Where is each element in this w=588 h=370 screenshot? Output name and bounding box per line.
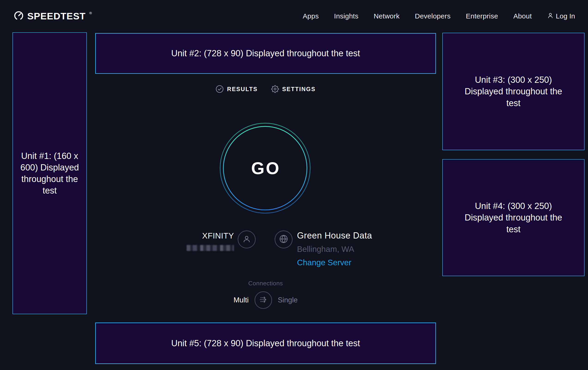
logo-trademark: ® bbox=[89, 11, 92, 15]
speedtest-page: SPEEDTEST ® Apps Insights Network Develo… bbox=[0, 0, 588, 370]
check-circle-icon bbox=[215, 85, 224, 93]
ad-unit-2[interactable]: Unit #2: (728 x 90) Displayed throughout… bbox=[95, 33, 436, 74]
connections-single-option[interactable]: Single bbox=[278, 296, 298, 304]
speedtest-logo[interactable]: SPEEDTEST ® bbox=[13, 10, 92, 22]
go-button[interactable]: GO bbox=[220, 122, 311, 214]
ad-unit-1-text: Unit #1: (160 x 600) Displayed throughou… bbox=[19, 150, 80, 197]
login-button[interactable]: Log In bbox=[547, 12, 575, 20]
ad-unit-2-text: Unit #2: (728 x 90) Displayed throughout… bbox=[171, 48, 360, 59]
connections-mode-badge[interactable] bbox=[254, 291, 272, 309]
server-location: Bellingham, WA bbox=[297, 245, 372, 254]
globe-icon bbox=[279, 234, 288, 245]
server-globe-badge[interactable] bbox=[275, 230, 293, 249]
ad-unit-3-text: Unit #3: (300 x 250) Displayed throughou… bbox=[459, 74, 568, 109]
nav-item-network[interactable]: Network bbox=[374, 12, 399, 20]
ad-unit-3[interactable]: Unit #3: (300 x 250) Displayed throughou… bbox=[442, 33, 585, 150]
connections-title: Connections bbox=[95, 280, 436, 287]
person-icon bbox=[242, 234, 251, 245]
gauge-logo-icon bbox=[13, 10, 24, 22]
ad-unit-4[interactable]: Unit #4: (300 x 250) Displayed throughou… bbox=[442, 159, 585, 276]
multi-arrows-icon bbox=[258, 295, 268, 306]
main-nav: Apps Insights Network Developers Enterpr… bbox=[303, 12, 575, 20]
user-icon bbox=[547, 12, 554, 20]
nav-item-apps[interactable]: Apps bbox=[303, 12, 319, 20]
top-nav-bar: SPEEDTEST ® Apps Insights Network Develo… bbox=[0, 0, 588, 32]
nav-item-insights[interactable]: Insights bbox=[334, 12, 358, 20]
tab-results-label: RESULTS bbox=[227, 86, 258, 92]
connections-multi-option[interactable]: Multi bbox=[233, 296, 249, 304]
nav-item-about[interactable]: About bbox=[514, 12, 532, 20]
ad-unit-5-text: Unit #5: (728 x 90) Displayed throughout… bbox=[171, 338, 360, 349]
ad-unit-1[interactable]: Unit #1: (160 x 600) Displayed throughou… bbox=[12, 32, 87, 314]
tab-settings[interactable]: SETTINGS bbox=[271, 85, 316, 93]
nav-item-enterprise[interactable]: Enterprise bbox=[466, 12, 498, 20]
isp-block: XFINITY bbox=[187, 231, 234, 251]
server-name: Green House Data bbox=[297, 231, 372, 240]
ip-address-redacted bbox=[187, 245, 234, 251]
isp-name: XFINITY bbox=[187, 231, 234, 240]
change-server-link[interactable]: Change Server bbox=[297, 258, 372, 267]
gear-icon bbox=[271, 85, 279, 93]
connections-toggle: Multi Single bbox=[95, 291, 436, 309]
ad-unit-4-text: Unit #4: (300 x 250) Displayed throughou… bbox=[459, 200, 568, 235]
tab-results[interactable]: RESULTS bbox=[215, 85, 258, 93]
login-label: Log In bbox=[556, 12, 575, 20]
ad-unit-5[interactable]: Unit #5: (728 x 90) Displayed throughout… bbox=[95, 322, 436, 364]
server-block: Green House Data Bellingham, WA Change S… bbox=[297, 231, 372, 267]
isp-user-badge[interactable] bbox=[238, 230, 256, 249]
tab-settings-label: SETTINGS bbox=[282, 86, 316, 92]
go-button-label: GO bbox=[220, 122, 311, 214]
nav-item-developers[interactable]: Developers bbox=[415, 12, 451, 20]
view-tabs: RESULTS SETTINGS bbox=[95, 85, 436, 93]
logo-wordmark: SPEEDTEST bbox=[27, 11, 86, 22]
